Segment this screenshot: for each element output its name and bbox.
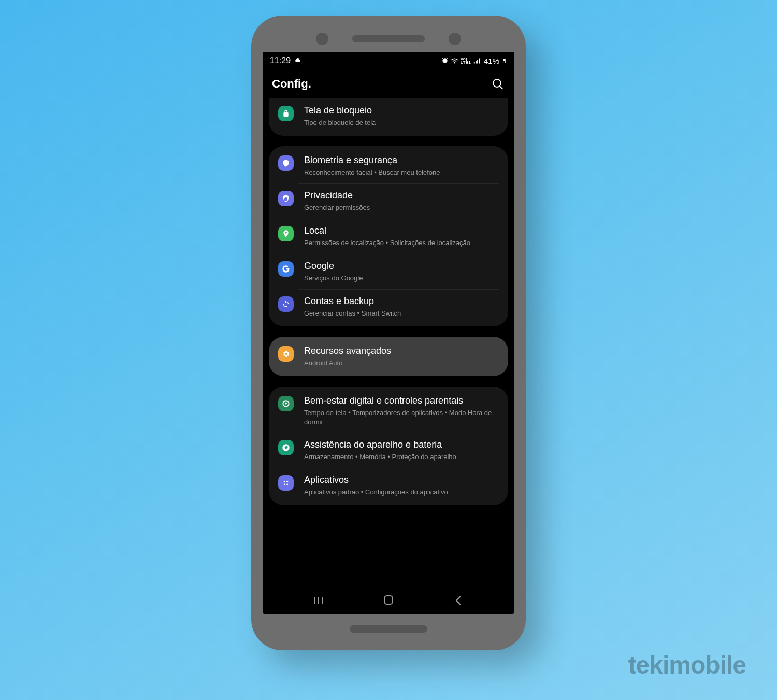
- navigation-bar: [263, 586, 514, 614]
- sync-icon: [278, 296, 294, 312]
- settings-row[interactable]: PrivacidadeGerenciar permissões: [269, 183, 508, 219]
- settings-row-subtitle: Reconhecimento facial • Buscar meu telef…: [304, 168, 499, 177]
- watermark: tekimobile: [628, 651, 746, 679]
- settings-row[interactable]: Contas e backupGerenciar contas • Smart …: [269, 289, 508, 324]
- home-icon: [382, 594, 395, 606]
- settings-row-title: Recursos avançados: [304, 345, 499, 357]
- settings-row-subtitle: Gerenciar permissões: [304, 203, 499, 212]
- settings-row-text: Contas e backupGerenciar contas • Smart …: [304, 295, 499, 318]
- network-label: Vo) LTE1: [461, 57, 471, 64]
- pin-icon: [278, 226, 294, 241]
- settings-row-subtitle: Armazenamento • Memória • Proteção do ap…: [304, 452, 499, 462]
- google-icon: [278, 261, 294, 277]
- back-icon: [453, 594, 464, 606]
- settings-row[interactable]: Tela de bloqueioTipo de bloqueio de tela: [269, 98, 508, 134]
- settings-row-subtitle: Gerenciar contas • Smart Switch: [304, 309, 499, 318]
- settings-row[interactable]: Biometria e segurançaReconhecimento faci…: [269, 148, 508, 183]
- recents-icon: [313, 594, 324, 606]
- earpiece-speaker: [352, 35, 425, 42]
- search-button[interactable]: [491, 77, 505, 91]
- care-icon: [278, 440, 294, 455]
- settings-row-text: LocalPermissões de localização • Solicit…: [304, 225, 499, 248]
- settings-row-subtitle: Android Auto: [304, 359, 499, 368]
- settings-row[interactable]: GoogleServiços do Google: [269, 254, 508, 289]
- nav-back-button[interactable]: [448, 590, 469, 610]
- settings-row-title: Tela de bloqueio: [304, 105, 499, 117]
- privacy-icon: [278, 191, 294, 206]
- shield-icon: [278, 155, 294, 171]
- home-indicator: [350, 625, 427, 633]
- battery-percent: 41%: [484, 56, 499, 65]
- settings-row-title: Contas e backup: [304, 295, 499, 307]
- settings-row[interactable]: Recursos avançadosAndroid Auto: [269, 339, 508, 374]
- settings-group: Recursos avançadosAndroid Auto: [269, 337, 508, 376]
- weather-icon: [294, 56, 301, 65]
- settings-row-subtitle: Tempo de tela • Temporizadores de aplica…: [304, 408, 499, 426]
- settings-list: Tela de bloqueioTipo de bloqueio de tela…: [263, 98, 514, 586]
- gear-badge-icon: [278, 346, 294, 362]
- settings-row-subtitle: Serviços do Google: [304, 274, 499, 283]
- alarm-icon: [441, 57, 449, 64]
- settings-row-text: GoogleServiços do Google: [304, 260, 499, 283]
- sensor-left: [316, 33, 328, 45]
- settings-row-title: Bem-estar digital e controles parentais: [304, 395, 499, 407]
- settings-row[interactable]: LocalPermissões de localização • Solicit…: [269, 219, 508, 254]
- settings-row-title: Local: [304, 225, 499, 237]
- settings-row[interactable]: Assistência do aparelho e bateriaArmazen…: [269, 433, 508, 468]
- app-header: Config.: [263, 69, 514, 98]
- settings-row-text: Recursos avançadosAndroid Auto: [304, 345, 499, 368]
- settings-row-text: Biometria e segurançaReconhecimento faci…: [304, 154, 499, 177]
- settings-group: Tela de bloqueioTipo de bloqueio de tela: [269, 98, 508, 136]
- nav-home-button[interactable]: [378, 590, 399, 610]
- wellbeing-icon: [278, 396, 294, 411]
- status-time: 11:29: [270, 56, 291, 65]
- settings-row-title: Assistência do aparelho e bateria: [304, 439, 499, 451]
- settings-row-subtitle: Aplicativos padrão • Configurações do ap…: [304, 488, 499, 497]
- sensor-right: [449, 33, 461, 45]
- settings-row-title: Biometria e segurança: [304, 154, 499, 166]
- screen: 11:29 Vo) LTE1 41% Config. Tela de bloqu…: [263, 52, 514, 614]
- settings-group: Biometria e segurançaReconhecimento faci…: [269, 146, 508, 326]
- settings-row-text: Tela de bloqueioTipo de bloqueio de tela: [304, 105, 499, 127]
- apps-icon: [278, 475, 294, 491]
- wifi-icon: [451, 57, 458, 65]
- search-icon: [492, 78, 504, 90]
- settings-row-text: PrivacidadeGerenciar permissões: [304, 190, 499, 212]
- settings-row-subtitle: Permissões de localização • Solicitações…: [304, 238, 499, 248]
- settings-row[interactable]: Bem-estar digital e controles parentaisT…: [269, 389, 508, 433]
- settings-row-text: Assistência do aparelho e bateriaArmazen…: [304, 439, 499, 462]
- settings-row-title: Aplicativos: [304, 474, 499, 486]
- settings-row-subtitle: Tipo de bloqueio de tela: [304, 118, 499, 127]
- lock-icon: [278, 106, 294, 121]
- settings-row-title: Google: [304, 260, 499, 272]
- signal-icon: [473, 57, 481, 65]
- svg-rect-4: [384, 596, 393, 604]
- page-title: Config.: [272, 77, 311, 91]
- status-bar: 11:29 Vo) LTE1 41%: [263, 52, 514, 69]
- settings-group: Bem-estar digital e controles parentaisT…: [269, 387, 508, 505]
- settings-row-text: Bem-estar digital e controles parentaisT…: [304, 395, 499, 426]
- battery-icon: [501, 57, 507, 65]
- settings-row-text: AplicativosAplicativos padrão • Configur…: [304, 474, 499, 497]
- settings-row-title: Privacidade: [304, 190, 499, 202]
- phone-frame: 11:29 Vo) LTE1 41% Config. Tela de bloqu…: [251, 16, 526, 650]
- settings-row[interactable]: AplicativosAplicativos padrão • Configur…: [269, 468, 508, 503]
- nav-recents-button[interactable]: [308, 590, 329, 610]
